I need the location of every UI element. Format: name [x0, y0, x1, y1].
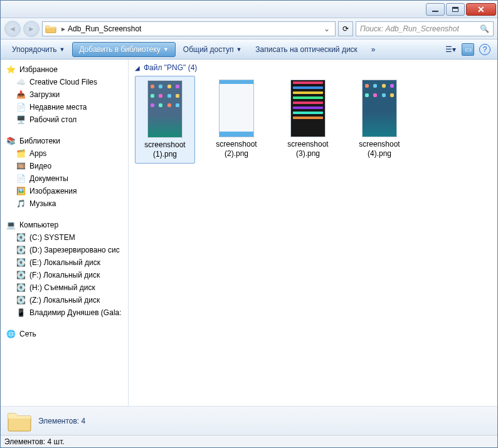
body: ⭐Избранное ☁️Creative Cloud Files 📥Загру… — [1, 60, 497, 406]
minimize-button[interactable] — [426, 3, 445, 16]
sidebar: ⭐Избранное ☁️Creative Cloud Files 📥Загру… — [1, 60, 129, 406]
view-options-button[interactable]: ☰▾ — [444, 43, 457, 56]
refresh-button[interactable]: ⟳ — [338, 21, 353, 36]
sidebar-item-drive-e[interactable]: 💽(E:) Локальный диск — [2, 256, 127, 269]
sidebar-network: 🌐Сеть — [2, 328, 127, 340]
content-pane[interactable]: ◢ Файл "PNG" (4) screenshoot (1).png scr… — [129, 60, 497, 406]
sidebar-computer: 💻Компьютер 💽(C:) SYSTEM 💽(D:) Зарезервир… — [2, 219, 127, 319]
titlebar: ✕ — [1, 1, 497, 18]
sidebar-item-drive-d[interactable]: 💽(D:) Зарезервировано сис — [2, 244, 127, 256]
breadcrumb-folder[interactable]: Adb_Run_Screenshot — [68, 24, 141, 33]
file-thumbnail — [290, 80, 326, 137]
file-name: screenshoot (1).png — [144, 140, 185, 159]
download-icon: 📥 — [16, 90, 26, 100]
file-name: screenshoot (3).png — [287, 140, 328, 159]
document-icon: 📄 — [16, 174, 26, 184]
burn-button[interactable]: Записать на оптический диск — [249, 43, 364, 56]
sidebar-item-drive-z[interactable]: 💽(Z:) Локальный диск — [2, 294, 127, 306]
network-icon: 🌐 — [6, 329, 16, 339]
file-item[interactable]: screenshoot (4).png — [349, 76, 410, 164]
maximize-button[interactable] — [446, 3, 465, 16]
sidebar-item-drive-c[interactable]: 💽(C:) SYSTEM — [2, 231, 127, 244]
libraries-icon: 📚 — [6, 136, 16, 146]
close-button[interactable]: ✕ — [466, 3, 496, 16]
drive-icon: 💽 — [16, 232, 26, 242]
pictures-icon: 🖼️ — [16, 186, 26, 196]
drive-icon: 💽 — [16, 295, 26, 305]
file-name: screenshoot (2).png — [216, 140, 257, 159]
explorer-window: ✕ ◄ ► ▸ Adb_Run_Screenshot ⌄ ⟳ Поиск: Ad… — [0, 0, 498, 448]
sidebar-item-recent[interactable]: 📄Недавние места — [2, 101, 127, 113]
sidebar-libraries-head[interactable]: 📚Библиотеки — [2, 135, 127, 147]
sidebar-item-downloads[interactable]: 📥Загрузки — [2, 88, 127, 101]
sidebar-item-documents[interactable]: 📄Документы — [2, 172, 127, 185]
file-thumbnail — [362, 80, 397, 137]
status-text: Элементов: 4 шт. — [4, 437, 65, 446]
sidebar-network-head[interactable]: 🌐Сеть — [2, 328, 127, 340]
status-bar: Элементов: 4 шт. — [1, 435, 497, 447]
file-item[interactable]: screenshoot (2).png — [206, 76, 267, 164]
drive-icon: 💽 — [16, 258, 26, 268]
sidebar-item-creative-cloud[interactable]: ☁️Creative Cloud Files — [2, 76, 127, 88]
folder-icon — [45, 24, 56, 34]
search-box[interactable]: Поиск: Adb_Run_Screenshot 🔍 — [356, 21, 494, 36]
recent-icon: 📄 — [16, 102, 26, 112]
organize-button[interactable]: Упорядочить▼ — [6, 43, 71, 56]
navbar: ◄ ► ▸ Adb_Run_Screenshot ⌄ ⟳ Поиск: Adb_… — [1, 18, 497, 39]
drive-icon: 💽 — [16, 245, 26, 255]
file-name: screenshoot (4).png — [359, 140, 400, 159]
sidebar-item-drive-f[interactable]: 💽(F:) Локальный диск — [2, 269, 127, 281]
star-icon: ⭐ — [6, 65, 16, 75]
address-bar[interactable]: ▸ Adb_Run_Screenshot ⌄ — [42, 21, 336, 36]
toolbar-overflow[interactable]: » — [365, 43, 382, 56]
address-dropdown-icon[interactable]: ⌄ — [321, 24, 332, 33]
cloud-icon: ☁️ — [16, 77, 26, 87]
sidebar-favorites: ⭐Избранное ☁️Creative Cloud Files 📥Загру… — [2, 63, 127, 126]
sidebar-item-video[interactable]: 🎞️Видео — [2, 160, 127, 172]
phone-icon: 📱 — [16, 308, 26, 318]
sidebar-item-desktop[interactable]: 🖥️Рабочий стол — [2, 113, 127, 126]
help-button[interactable]: ? — [479, 44, 490, 55]
sidebar-computer-head[interactable]: 💻Компьютер — [2, 219, 127, 231]
sidebar-item-drive-h[interactable]: 💽(H:) Съемный диск — [2, 281, 127, 294]
sidebar-item-music[interactable]: 🎵Музыка — [2, 197, 127, 210]
breadcrumb-sep-icon: ▸ — [61, 24, 65, 33]
files-grid: screenshoot (1).png screenshoot (2).png … — [135, 76, 491, 164]
file-item[interactable]: screenshoot (3).png — [278, 76, 338, 164]
file-item[interactable]: screenshoot (1).png — [135, 76, 195, 164]
forward-button[interactable]: ► — [23, 21, 40, 37]
search-placeholder: Поиск: Adb_Run_Screenshot — [360, 24, 459, 33]
search-icon[interactable]: 🔍 — [480, 24, 489, 33]
apps-icon: 🗂️ — [16, 148, 26, 159]
sidebar-libraries: 📚Библиотеки 🗂️Apps 🎞️Видео 📄Документы 🖼️… — [2, 135, 127, 210]
video-icon: 🎞️ — [16, 161, 26, 171]
details-count: Элементов: 4 — [38, 417, 85, 425]
sidebar-item-phone[interactable]: 📱Владимир Дуняшев (Gala: — [2, 306, 127, 319]
toolbar: Упорядочить▼ Добавить в библиотеку▼ Общи… — [1, 39, 497, 60]
music-icon: 🎵 — [16, 199, 26, 209]
details-bar: Элементов: 4 — [1, 406, 497, 435]
drive-icon: 💽 — [16, 270, 26, 280]
preview-pane-button[interactable]: ▭ — [462, 43, 474, 56]
computer-icon: 💻 — [6, 220, 16, 230]
folder-icon — [7, 410, 32, 432]
sidebar-item-apps[interactable]: 🗂️Apps — [2, 147, 127, 160]
add-to-library-button[interactable]: Добавить в библиотеку▼ — [72, 42, 175, 57]
sidebar-item-pictures[interactable]: 🖼️Изображения — [2, 185, 127, 197]
file-group-label: Файл "PNG" (4) — [144, 63, 197, 72]
drive-icon: 💽 — [16, 283, 26, 293]
file-group-header[interactable]: ◢ Файл "PNG" (4) — [135, 63, 491, 72]
desktop-icon: 🖥️ — [16, 115, 26, 125]
file-thumbnail — [219, 80, 254, 137]
sidebar-favorites-head[interactable]: ⭐Избранное — [2, 63, 127, 76]
collapse-icon: ◢ — [135, 65, 140, 71]
share-button[interactable]: Общий доступ▼ — [177, 43, 248, 56]
file-thumbnail — [147, 80, 183, 138]
back-button[interactable]: ◄ — [4, 21, 21, 37]
